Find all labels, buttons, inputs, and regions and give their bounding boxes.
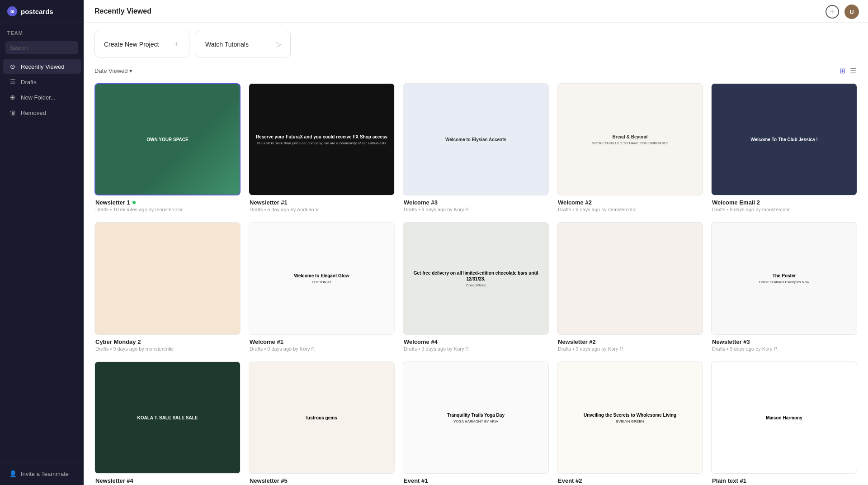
project-card[interactable]: OWN YOUR SPACE ··· Newsletter 1 Drafts •…: [94, 83, 241, 214]
project-thumbnail: OWN YOUR SPACE ···: [94, 83, 241, 195]
project-thumbnail: [94, 222, 241, 334]
project-thumbnail: Get free delivery on all limited-edition…: [403, 222, 549, 334]
project-name: Welcome Email 2: [712, 199, 856, 206]
project-thumbnail: Maison Harmony: [711, 361, 857, 474]
sidebar-item-label: Removed: [21, 109, 46, 116]
thumbnail-content: Maison Harmony: [712, 362, 857, 473]
thumbnail-content: lustrous gems: [249, 362, 394, 473]
project-card[interactable]: Reserve your FuturaX and you could recei…: [249, 83, 395, 214]
list-view-button[interactable]: ☰: [849, 66, 857, 76]
add-folder-icon: ⊕: [9, 94, 16, 101]
project-info: Newsletter #4 Drafts • 9 days ago by Kor…: [94, 474, 241, 485]
project-name: Welcome #1: [250, 338, 394, 345]
project-name: Welcome #3: [404, 199, 548, 206]
grid-view-button[interactable]: ⊞: [839, 66, 846, 76]
sort-label: Date Viewed: [94, 67, 127, 74]
sort-dropdown[interactable]: Date Viewed ▾: [94, 67, 132, 74]
project-meta: Drafts • a day ago by Andrian V.: [250, 207, 394, 212]
project-meta: Drafts • 9 days ago by Kory P.: [712, 346, 856, 352]
person-icon: 👤: [9, 470, 16, 477]
project-card[interactable]: Maison Harmony Plain text #1 Drafts • 9 …: [711, 361, 857, 485]
project-card[interactable]: Unveiling the Secrets to Wholesome Livin…: [557, 361, 703, 485]
project-name: Event #2: [558, 477, 702, 484]
project-card[interactable]: Welcome To The Club Jessica ! Welcome Em…: [711, 83, 857, 214]
project-thumbnail: [557, 222, 703, 334]
search-input[interactable]: [5, 41, 78, 54]
thumbnail-content: Tranquility Trails Yoga Day YOGA HARMONY…: [403, 362, 548, 473]
projects-grid: OWN YOUR SPACE ··· Newsletter 1 Drafts •…: [84, 81, 868, 485]
thumbnail-title: Bread & Beyond: [613, 134, 648, 140]
thumbnail-content: Unveiling the Secrets to Wholesome Livin…: [557, 362, 703, 473]
project-info: Newsletter #2 Drafts • 9 days ago by Kor…: [557, 335, 703, 353]
project-card[interactable]: Newsletter #2 Drafts • 9 days ago by Kor…: [557, 222, 703, 353]
project-card[interactable]: Welcome to Elysian Accents Welcome #3 Dr…: [403, 83, 549, 214]
project-card[interactable]: The Poster Home Features Examples Now Ne…: [711, 222, 857, 353]
project-info: Newsletter #1 Drafts • a day ago by Andr…: [249, 195, 395, 214]
project-name: Newsletter #1: [250, 199, 394, 206]
project-name: Welcome #2: [558, 199, 702, 206]
thumbnail-subtitle: FuturaX is more than just a car company;…: [257, 141, 386, 145]
thumbnail-title: Get free delivery on all limited-edition…: [407, 270, 545, 282]
project-meta: Drafts • 9 days ago by monstercritic: [712, 207, 856, 212]
project-thumbnail: Welcome To The Club Jessica !: [711, 83, 857, 195]
project-card[interactable]: KOALA T. SALE SALE SALE Newsletter #4 Dr…: [94, 361, 241, 485]
project-thumbnail: The Poster Home Features Examples Now: [711, 222, 857, 334]
thumbnail-content: Bread & Beyond WE'RE THRILLED TO HAVE YO…: [557, 84, 703, 195]
create-project-card[interactable]: Create New Project ＋: [94, 31, 189, 57]
thumbnail-subtitle: YOGA HARMONY BY ARIA: [453, 419, 498, 423]
app-name: postcards: [21, 8, 53, 15]
thumbnail-subtitle: ChocoVibes: [466, 283, 486, 287]
action-cards: Create New Project ＋ Watch Tutorials ▷: [84, 23, 868, 64]
sidebar-item-label: Drafts: [21, 79, 37, 86]
clock-icon: ⊙: [9, 63, 16, 70]
sidebar-item-new-folder[interactable]: ⊕ New Folder...: [3, 90, 81, 105]
avatar[interactable]: U: [844, 5, 859, 19]
thumbnail-content: Reserve your FuturaX and you could recei…: [249, 84, 394, 195]
thumbnail-content: OWN YOUR SPACE: [95, 84, 240, 195]
sidebar-item-drafts[interactable]: ☰ Drafts: [3, 75, 81, 89]
project-thumbnail: Welcome to Elegant Glow EDITION #1: [249, 222, 395, 334]
watch-tutorials-card[interactable]: Watch Tutorials ▷: [196, 31, 291, 57]
project-card[interactable]: lustrous gems Newsletter #5 Drafts • 9 d…: [249, 361, 395, 485]
page-header: Recently Viewed ×: [84, 0, 868, 23]
project-meta: Drafts • 9 days ago by monstercritic: [558, 207, 702, 212]
sidebar-item-removed[interactable]: 🗑 Removed: [3, 105, 81, 120]
drafts-icon: ☰: [9, 78, 16, 86]
thumbnail-content: Welcome to Elegant Glow EDITION #1: [249, 223, 394, 334]
plus-icon: ＋: [173, 39, 180, 49]
project-info: Welcome Email 2 Drafts • 9 days ago by m…: [711, 195, 857, 214]
project-info: Plain text #1 Drafts • 9 days ago by Kor…: [711, 474, 857, 485]
project-meta: Drafts • 9 days ago by Kory P.: [404, 207, 548, 212]
thumbnail-title: lustrous gems: [306, 415, 337, 421]
app-logo: ✉ postcards: [0, 0, 84, 23]
project-info: Welcome #2 Drafts • 9 days ago by monste…: [557, 195, 703, 214]
sidebar-item-label: Recently Viewed: [21, 63, 65, 70]
create-project-label: Create New Project: [104, 41, 159, 48]
project-card[interactable]: Tranquility Trails Yoga Day YOGA HARMONY…: [403, 361, 549, 485]
project-card[interactable]: Cyber Monday 2 Drafts • 9 days ago by mo…: [94, 222, 241, 353]
project-card[interactable]: Get free delivery on all limited-edition…: [403, 222, 549, 353]
project-info: Newsletter #3 Drafts • 9 days ago by Kor…: [711, 335, 857, 353]
sidebar-item-invite-teammate[interactable]: 👤 Invite a Teammate: [3, 466, 81, 481]
main-content: + U Recently Viewed × Create New Project…: [84, 0, 868, 485]
logo-icon: ✉: [7, 6, 17, 16]
project-card[interactable]: Welcome to Elegant Glow EDITION #1 Welco…: [249, 222, 395, 353]
project-thumbnail: lustrous gems: [249, 361, 395, 474]
project-thumbnail: Reserve your FuturaX and you could recei…: [249, 83, 395, 195]
project-card[interactable]: Bread & Beyond WE'RE THRILLED TO HAVE YO…: [557, 83, 703, 214]
trash-icon: 🗑: [9, 109, 16, 116]
thumbnail-title: The Poster: [773, 273, 796, 279]
project-name: Newsletter #3: [712, 338, 856, 345]
play-icon: ▷: [276, 40, 281, 48]
project-info: Newsletter 1 Drafts • 10 minutes ago by …: [94, 195, 241, 214]
watch-tutorials-label: Watch Tutorials: [205, 41, 249, 48]
add-button[interactable]: +: [826, 5, 839, 19]
thumbnail-title: OWN YOUR SPACE: [146, 137, 188, 143]
sidebar-item-recently-viewed[interactable]: ⊙ Recently Viewed: [3, 59, 81, 74]
project-info: Newsletter #5 Drafts • 9 days ago by Kor…: [249, 474, 395, 485]
thumbnail-subtitle: Home Features Examples Now: [759, 280, 809, 284]
page-title: Recently Viewed: [94, 7, 151, 15]
thumbnail-content: The Poster Home Features Examples Now: [712, 223, 857, 334]
project-meta: Drafts • 9 days ago by Kory P.: [558, 346, 702, 352]
project-info: Welcome #4 Drafts • 9 days ago by Kory P…: [403, 335, 549, 353]
